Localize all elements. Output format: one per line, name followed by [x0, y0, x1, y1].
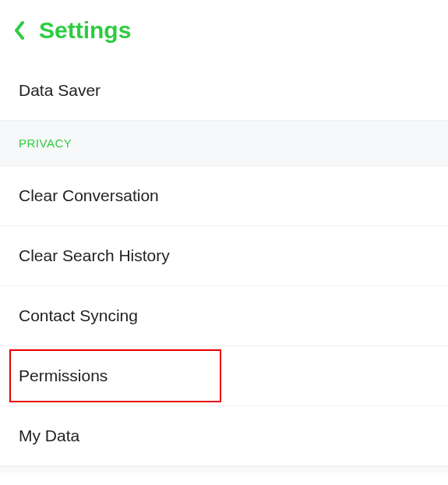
settings-item-permissions[interactable]: Permissions: [0, 346, 448, 406]
settings-item-label: My Data: [19, 427, 79, 444]
section-header-label: PRIVACY: [19, 136, 72, 150]
section-header-privacy: PRIVACY: [0, 121, 448, 166]
settings-item-clear-conversation[interactable]: Clear Conversation: [0, 166, 448, 226]
back-icon[interactable]: [14, 21, 25, 40]
settings-item-contact-syncing[interactable]: Contact Syncing: [0, 286, 448, 346]
section-gap: [0, 466, 448, 473]
settings-item-data-saver[interactable]: Data Saver: [0, 61, 448, 121]
settings-item-my-data[interactable]: My Data: [0, 406, 448, 466]
settings-item-label: Permissions: [19, 366, 108, 384]
header-bar: Settings: [0, 0, 448, 61]
page-title: Settings: [39, 17, 131, 44]
settings-item-label: Data Saver: [19, 81, 101, 99]
settings-item-label: Clear Search History: [19, 246, 170, 264]
settings-item-clear-search-history[interactable]: Clear Search History: [0, 226, 448, 286]
settings-item-label: Contact Syncing: [19, 306, 138, 324]
settings-item-label: Clear Conversation: [19, 186, 159, 204]
